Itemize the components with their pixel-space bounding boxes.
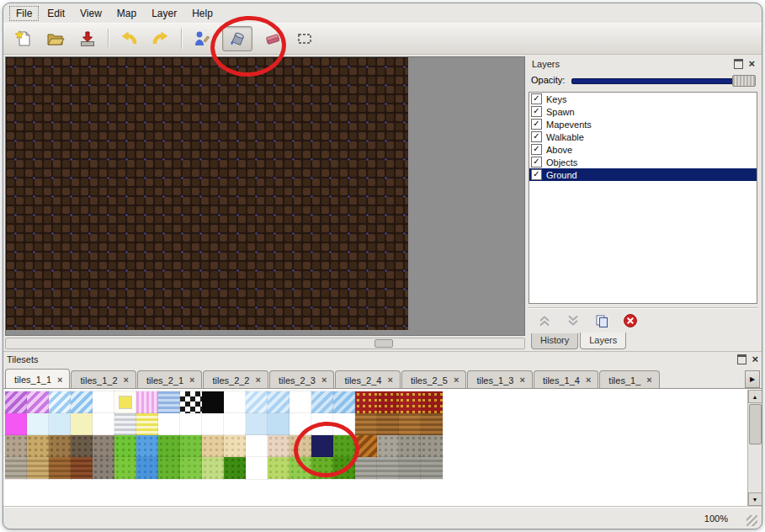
tileset-tile-r1c10[interactable] (224, 413, 246, 435)
scrollbar-thumb[interactable] (749, 404, 762, 444)
tab-close-icon[interactable]: × (586, 376, 591, 384)
tileset-tile-r1c3[interactable] (71, 413, 93, 435)
tab-close-icon[interactable]: × (57, 376, 62, 384)
open-map-button[interactable] (44, 27, 67, 51)
menu-help[interactable]: Help (184, 5, 220, 22)
map-tiles[interactable] (6, 57, 408, 330)
tileset-tile-r3c13[interactable] (290, 457, 311, 479)
tileset-tile-r1c11[interactable] (246, 413, 268, 435)
scroll-up-button[interactable]: ▲ (748, 390, 762, 403)
tileset-tab-tiles_2_2[interactable]: tiles_2_2× (203, 370, 268, 388)
tileset-tab-tiles_2_4[interactable]: tiles_2_4× (335, 370, 400, 388)
tileset-tile-r0c9[interactable] (202, 391, 224, 413)
scrollbar-thumb[interactable] (375, 339, 393, 348)
tileset-tile-r3c19[interactable] (421, 457, 443, 479)
map-canvas[interactable] (5, 56, 525, 336)
tileset-tile-r2c1[interactable] (27, 435, 49, 457)
tileset-tile-r0c17[interactable] (377, 391, 399, 413)
tileset-tab-tiles_2_3[interactable]: tiles_2_3× (269, 370, 334, 388)
layer-visibility-checkbox[interactable]: ✓ (531, 131, 542, 142)
tileset-tab-tiles_1_2[interactable]: tiles_1_2× (71, 370, 135, 388)
layer-row-mapevents[interactable]: ✓Mapevents (529, 118, 757, 130)
tileset-tile-r2c3[interactable] (71, 435, 93, 457)
tileset-tile-r0c6[interactable] (136, 391, 158, 413)
tileset-tile-r2c17[interactable] (377, 435, 399, 457)
menu-file[interactable]: File (8, 5, 40, 22)
tileset-tile-r1c16[interactable] (355, 413, 377, 435)
tab-close-icon[interactable]: × (519, 376, 524, 384)
tileset-tile-r2c16[interactable] (355, 435, 377, 457)
tileset-tile-r1c5[interactable] (114, 413, 136, 435)
layer-row-spawn[interactable]: ✓Spawn (529, 105, 757, 118)
tileset-tile-r3c14[interactable] (311, 457, 333, 479)
layer-visibility-checkbox[interactable]: ✓ (531, 144, 542, 155)
tileset-tab-tiles_2_5[interactable]: tiles_2_5× (401, 370, 466, 388)
tileset-tile-r1c17[interactable] (377, 413, 399, 435)
panel-float-icon[interactable] (734, 59, 743, 69)
tileset-tile-r0c4[interactable] (93, 391, 114, 413)
tileset-tile-r0c12[interactable] (268, 391, 290, 413)
layer-move-down-button[interactable] (564, 311, 582, 330)
tileset-tab-tiles_1_1[interactable]: tiles_1_1× (5, 369, 70, 389)
save-map-button[interactable] (76, 27, 99, 51)
layer-move-up-button[interactable] (535, 311, 554, 330)
tileset-tile-r1c7[interactable] (158, 413, 180, 435)
tileset-tile-r3c16[interactable] (355, 457, 377, 479)
tileset-tile-r0c0[interactable] (5, 391, 27, 413)
menu-map[interactable]: Map (109, 5, 144, 22)
tileset-tile-r3c18[interactable] (399, 457, 421, 479)
tileset-tile-r2c12[interactable] (268, 435, 290, 457)
tileset-tile-r2c10[interactable] (224, 435, 246, 457)
canvas-horizontal-scrollbar[interactable] (5, 338, 525, 349)
tileset-tile-r1c1[interactable] (27, 413, 49, 435)
tileset-tile-r3c3[interactable] (71, 457, 93, 479)
tileset-tile-r0c2[interactable] (49, 391, 71, 413)
tileset-tile-r0c1[interactable] (27, 391, 49, 413)
tab-close-icon[interactable]: × (454, 376, 459, 384)
layer-row-walkable[interactable]: ✓Walkable (529, 130, 757, 143)
panel-float-icon[interactable] (737, 354, 746, 364)
tileset-tile-r2c5[interactable] (114, 435, 136, 457)
tileset-vertical-scrollbar[interactable]: ▲ ▼ (747, 390, 762, 506)
tileset-tile-r2c14[interactable] (311, 435, 333, 457)
resize-grip-icon[interactable] (746, 515, 757, 526)
tileset-tile-r3c15[interactable] (333, 457, 355, 479)
eraser-tool-button[interactable] (261, 27, 284, 51)
layer-visibility-checkbox[interactable]: ✓ (531, 119, 542, 130)
tileset-tile-r0c14[interactable] (311, 391, 333, 413)
tileset-tile-r1c8[interactable] (180, 413, 202, 435)
tab-layers[interactable]: Layers (580, 332, 626, 349)
opacity-slider-track[interactable] (571, 78, 756, 84)
menu-view[interactable]: View (72, 5, 109, 22)
menu-layer[interactable]: Layer (144, 5, 184, 22)
tab-close-icon[interactable]: × (124, 376, 129, 384)
tileset-tile-r3c12[interactable] (268, 457, 290, 479)
tileset-tile-r1c2[interactable] (49, 413, 71, 435)
opacity-slider[interactable] (571, 74, 756, 86)
tileset-tile-r2c19[interactable] (421, 435, 443, 457)
tileset-tile-r0c10[interactable] (224, 391, 246, 413)
scroll-down-button[interactable]: ▼ (748, 492, 762, 506)
layer-row-keys[interactable]: ✓Keys (529, 93, 757, 105)
tileset-tile-r0c5[interactable] (114, 391, 136, 413)
tileset-tile-r3c1[interactable] (27, 457, 49, 479)
tileset-tile-r2c18[interactable] (399, 435, 421, 457)
tileset-tile-r2c6[interactable] (136, 435, 158, 457)
tileset-tile-r2c9[interactable] (202, 435, 224, 457)
tileset-tile-r3c2[interactable] (49, 457, 71, 479)
layer-row-ground[interactable]: ✓Ground (529, 168, 757, 181)
fill-bucket-tool-button[interactable] (222, 26, 252, 51)
tileset-tile-r3c11[interactable] (246, 457, 268, 479)
redo-button[interactable] (149, 27, 173, 51)
tileset-tile-r1c19[interactable] (421, 413, 443, 435)
delete-layer-button[interactable] (621, 311, 640, 330)
tileset-tile-r2c2[interactable] (49, 435, 71, 457)
tileset-tile-r3c5[interactable] (114, 457, 136, 479)
tileset-tile-r2c4[interactable] (93, 435, 114, 457)
menu-edit[interactable]: Edit (40, 5, 72, 22)
tab-scroll-right-button[interactable]: ▶ (745, 370, 760, 388)
panel-close-icon[interactable]: × (748, 60, 755, 68)
tileset-tile-r2c13[interactable] (290, 435, 311, 457)
stamp-tool-button[interactable] (190, 27, 214, 51)
tileset-tile-r1c14[interactable] (311, 413, 333, 435)
